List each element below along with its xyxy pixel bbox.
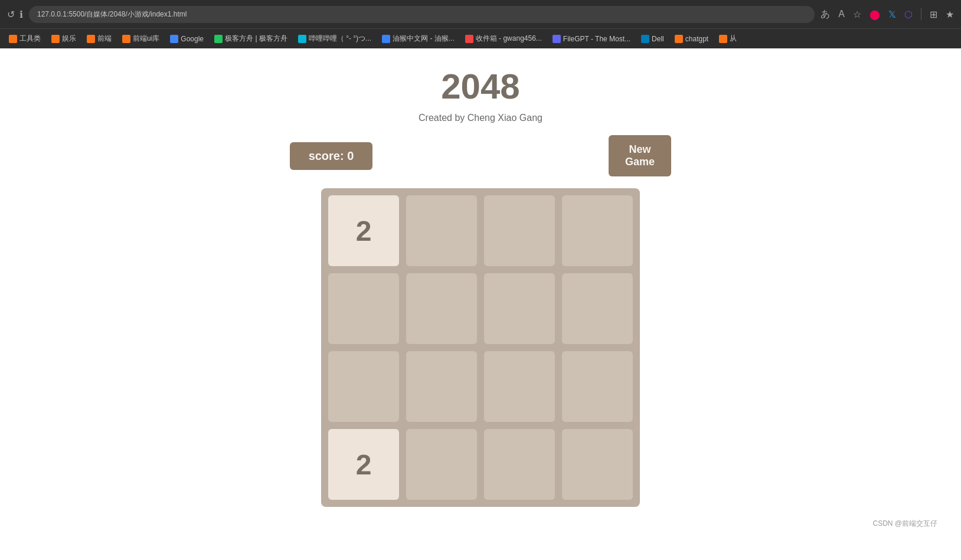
bookmark-label: Dell <box>652 35 664 43</box>
bookmark-label: chatgpt <box>685 35 708 43</box>
bookmark-label: 娱乐 <box>62 34 76 44</box>
bookmark-star-icon[interactable]: ☆ <box>853 9 861 20</box>
bookmark-filegpt[interactable]: FileGPT - The Most... <box>548 33 635 45</box>
star-icon[interactable]: ★ <box>946 9 954 20</box>
bookmark-icon <box>675 35 683 43</box>
bookmark-label: 极客方舟 | 极客方舟 <box>225 34 287 44</box>
cell-0-0: 2 <box>328 195 399 266</box>
browser-right-icons: あ A ☆ ⬤ 𝕏 ⬡ ⊞ ★ <box>821 8 954 21</box>
bookmark-icon <box>122 35 130 43</box>
info-icon[interactable]: ℹ <box>19 9 23 20</box>
bookmark-icon <box>170 35 178 43</box>
cell-0-1 <box>406 195 477 266</box>
browser-toolbar: ↺ ℹ 127.0.0.1:5500/自媒体/2048/小游戏/index1.h… <box>0 0 961 28</box>
cell-2-2 <box>484 351 555 422</box>
bookmark-icon <box>553 35 561 43</box>
extension-icon[interactable]: ⬡ <box>904 9 913 20</box>
browser-chrome: ↺ ℹ 127.0.0.1:5500/自媒体/2048/小游戏/index1.h… <box>0 0 961 48</box>
cell-1-1 <box>406 273 477 344</box>
browser-nav-icons: ↺ ℹ <box>7 9 23 20</box>
bookmark-label: FileGPT - The Most... <box>563 35 630 43</box>
bookmark-frontend-ui[interactable]: 前端ui库 <box>118 32 164 45</box>
bookmark-icon <box>214 35 223 43</box>
game-subtitle: Created by Cheng Xiao Gang <box>12 113 949 123</box>
toolbar-divider <box>921 8 921 20</box>
bookmark-icon <box>641 35 649 43</box>
game-board-container: 22 <box>12 188 949 507</box>
cell-0-3 <box>562 195 633 266</box>
game-controls: score: 0 New Game <box>303 135 658 176</box>
bookmark-icon <box>465 35 473 43</box>
refresh-icon[interactable]: ↺ <box>7 9 15 20</box>
cell-1-0 <box>328 273 399 344</box>
bookmark-label: 前端ui库 <box>133 34 159 44</box>
cell-2-1 <box>406 351 477 422</box>
menu-icon[interactable]: ⊞ <box>930 9 937 20</box>
bookmark-icon <box>382 35 390 43</box>
bookmark-extra[interactable]: 从 <box>715 32 741 45</box>
bookmarks-bar: 工具类 娱乐 前端 前端ui库 Google 极客方舟 | 极客方舟 哔哩哔哩（… <box>0 28 961 48</box>
bookmark-frontend[interactable]: 前端 <box>83 32 116 45</box>
cell-2-3 <box>562 351 633 422</box>
score-label: score: <box>309 149 344 162</box>
translate-icon[interactable]: あ <box>821 8 830 21</box>
cell-2-0 <box>328 351 399 422</box>
bookmark-icon <box>719 35 727 43</box>
bookmark-label: Google <box>181 35 204 43</box>
bookmark-label: 从 <box>730 34 737 44</box>
bookmark-label: 工具类 <box>19 34 41 44</box>
bookmark-mail[interactable]: 收件箱 - gwang456... <box>461 32 546 45</box>
bookmark-label: 前端 <box>97 34 112 44</box>
bookmark-label: 油猴中文网 - 油猴... <box>393 34 455 44</box>
profile-icon[interactable]: ⬤ <box>870 9 880 20</box>
bookmark-label: 收件箱 - gwang456... <box>476 34 542 44</box>
bookmark-icon <box>87 35 95 43</box>
watermark: CSDN @前端交互仔 <box>12 513 949 535</box>
cell-3-2 <box>484 429 555 500</box>
bookmark-icon <box>9 35 17 43</box>
cell-3-0: 2 <box>328 429 399 500</box>
bookmark-chatgpt[interactable]: chatgpt <box>671 33 712 45</box>
bookmark-icon <box>51 35 60 43</box>
bookmark-youhou[interactable]: 油猴中文网 - 油猴... <box>378 32 459 45</box>
bookmark-entertainment[interactable]: 娱乐 <box>47 32 80 45</box>
browser-url-bar[interactable]: 127.0.0.1:5500/自媒体/2048/小游戏/index1.html <box>29 6 815 23</box>
bookmark-dell[interactable]: Dell <box>637 33 668 45</box>
bookmark-bilibili[interactable]: 哔哩哔哩（ °- °)つ... <box>294 32 375 45</box>
cell-1-3 <box>562 273 633 344</box>
bookmark-geek[interactable]: 极客方舟 | 极客方舟 <box>210 32 292 45</box>
bookmark-tools[interactable]: 工具类 <box>5 32 45 45</box>
cell-1-2 <box>484 273 555 344</box>
twitter-icon[interactable]: 𝕏 <box>888 9 896 20</box>
game-board: 22 <box>321 188 640 507</box>
score-box: score: 0 <box>290 142 372 170</box>
cell-3-3 <box>562 429 633 500</box>
cell-0-2 <box>484 195 555 266</box>
game-title: 2048 <box>12 66 949 107</box>
cell-3-1 <box>406 429 477 500</box>
score-value: 0 <box>347 149 354 162</box>
bookmark-google[interactable]: Google <box>166 33 208 45</box>
bookmark-icon <box>298 35 306 43</box>
bookmark-label: 哔哩哔哩（ °- °)つ... <box>309 34 371 44</box>
new-game-button[interactable]: New Game <box>609 135 671 176</box>
font-icon[interactable]: A <box>838 9 845 19</box>
url-text: 127.0.0.1:5500/自媒体/2048/小游戏/index1.html <box>37 9 187 19</box>
page-content: 2048 Created by Cheng Xiao Gang score: 0… <box>0 48 961 560</box>
